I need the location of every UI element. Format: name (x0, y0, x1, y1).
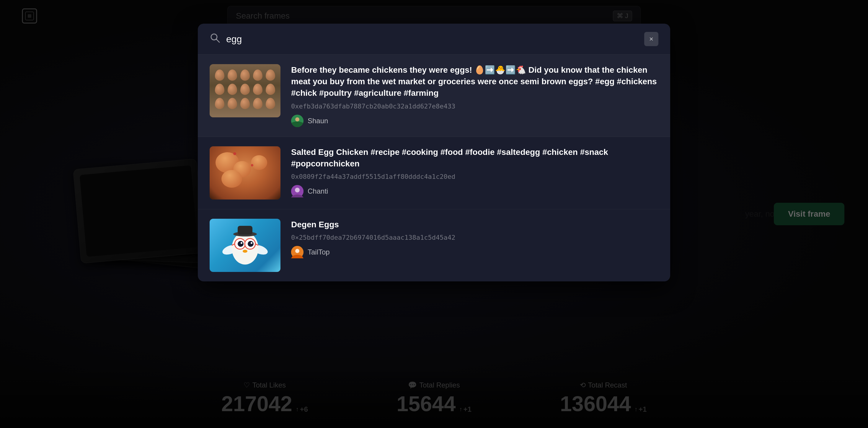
result-title-1: Before they became chickens they were eg… (291, 64, 658, 99)
egg-dot (253, 69, 262, 81)
egg-dot (215, 69, 224, 81)
svg-point-8 (295, 188, 300, 193)
search-results-list: Before they became chickens they were eg… (198, 55, 670, 281)
egg-dot (266, 84, 275, 95)
svg-point-23 (243, 250, 247, 253)
search-result-item[interactable]: Degen Eggs 0×25bdff70dea72b6974016d5aaac… (198, 209, 670, 281)
result-content-1: Before they became chickens they were eg… (291, 64, 658, 127)
egg-dot (240, 69, 250, 81)
egg-dot (266, 69, 275, 81)
svg-point-19 (251, 242, 252, 244)
egg-dot (240, 98, 250, 109)
pepper-dot (251, 164, 253, 166)
egg-dot (228, 69, 237, 81)
result-content-3: Degen Eggs 0×25bdff70dea72b6974016d5aaac… (291, 219, 658, 258)
modal-overlay[interactable]: × (0, 0, 868, 428)
egg-dot (215, 98, 224, 109)
svg-point-11 (232, 232, 258, 264)
result-author-2: Chanti (291, 185, 658, 197)
svg-point-16 (238, 241, 244, 247)
egg-dot (228, 98, 237, 109)
svg-point-6 (295, 117, 299, 121)
svg-point-25 (295, 249, 299, 253)
chicken-piece (251, 155, 267, 170)
svg-line-4 (216, 39, 219, 42)
author-avatar-tailtop (291, 246, 304, 258)
result-hash-1: 0xefb3da763dfab7887cb20ab0c32a1dd627e8e4… (291, 103, 658, 110)
egg-dot (253, 98, 262, 109)
svg-point-18 (241, 242, 242, 244)
thumbnail-degen-image (210, 219, 280, 272)
egg-dot (253, 84, 262, 95)
search-input[interactable] (226, 34, 638, 45)
egg-dot (228, 84, 237, 95)
egg-dot (215, 84, 224, 95)
result-hash-2: 0x0809f2fa44a37addf5515d1aff80dddc4a1c20… (291, 173, 658, 180)
result-thumbnail-1 (210, 64, 280, 117)
result-thumbnail-2 (210, 146, 280, 200)
svg-point-17 (248, 241, 254, 247)
svg-rect-13 (238, 226, 252, 235)
result-hash-3: 0×25bdff70dea72b6974016d5aaac138a1c5d45a… (291, 234, 658, 241)
search-result-item[interactable]: Salted Egg Chicken #recipe #cooking #foo… (198, 137, 670, 209)
degen-scene (210, 219, 280, 272)
egg-dot (266, 98, 275, 109)
search-clear-button[interactable]: × (644, 32, 658, 46)
result-title-2: Salted Egg Chicken #recipe #cooking #foo… (291, 146, 658, 169)
thumbnail-chicken-image (210, 146, 280, 200)
search-input-row: × (198, 24, 670, 55)
search-modal: × (198, 24, 670, 281)
degen-character-svg (221, 222, 269, 269)
search-icon (210, 32, 220, 46)
author-name-2: Chanti (308, 187, 328, 195)
thumbnail-eggs-image (210, 64, 280, 117)
chicken-piece (221, 170, 242, 188)
pepper-dot (233, 152, 236, 155)
result-title-3: Degen Eggs (291, 219, 658, 230)
result-author-1: Shaun (291, 115, 658, 127)
search-result-item[interactable]: Before they became chickens they were eg… (198, 55, 670, 137)
result-content-2: Salted Egg Chicken #recipe #cooking #foo… (291, 146, 658, 197)
author-name-1: Shaun (308, 117, 328, 125)
author-avatar-shaun (291, 115, 304, 127)
egg-dot (240, 84, 250, 95)
author-name-3: TailTop (308, 248, 330, 256)
result-author-3: TailTop (291, 246, 658, 258)
author-avatar-chanti (291, 185, 304, 197)
result-thumbnail-3 (210, 219, 280, 272)
